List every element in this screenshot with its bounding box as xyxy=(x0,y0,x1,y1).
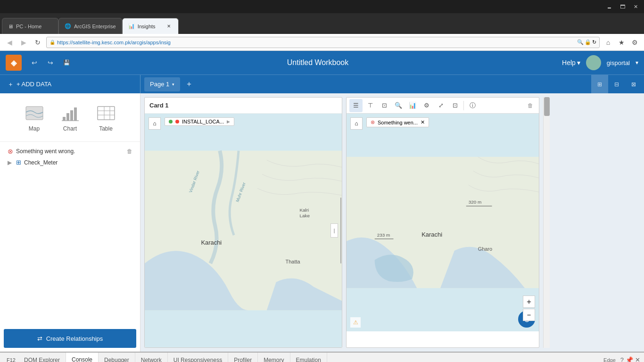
close-button[interactable]: ✕ xyxy=(629,1,642,12)
chart-tool-button[interactable]: 📊 xyxy=(406,99,419,112)
devtools-close-icon[interactable]: ✕ xyxy=(635,356,640,362)
user-menu-chevron[interactable]: ▾ xyxy=(636,59,638,66)
page-tabs: Page 1 ▾ ＋ xyxy=(140,77,591,91)
add-page-button[interactable]: ＋ xyxy=(182,77,196,91)
crop-tool-button[interactable]: ⊡ xyxy=(448,99,462,112)
devtools-tab-debugger[interactable]: Debugger xyxy=(99,353,135,362)
app-logo: ◈ xyxy=(6,55,22,71)
map-type[interactable]: Map xyxy=(20,99,49,136)
card-1-title-bar: Card 1 xyxy=(145,98,342,114)
add-data-label: + ADD DATA xyxy=(17,81,51,88)
devtools-tab-memory[interactable]: Memory xyxy=(258,353,290,362)
legend-text: INSTALL_LOCA... xyxy=(182,119,224,124)
toolbar-separator xyxy=(463,101,464,110)
tab-pc-home[interactable]: 🖥 PC - Home xyxy=(2,18,58,34)
table-icon xyxy=(96,103,116,123)
list-tool-button[interactable]: ☰ xyxy=(349,99,363,112)
page-1-tab[interactable]: Page 1 ▾ xyxy=(144,77,180,91)
maximize-button[interactable]: 🗖 xyxy=(616,1,629,12)
zoom-in-tool-button[interactable]: 🔍 xyxy=(392,99,405,112)
map-icon xyxy=(24,103,45,123)
browser-tab-bar: 🖥 PC - Home 🌐 ArcGIS Enterprise 📊 Insigh… xyxy=(0,13,644,34)
tab-label: Insights xyxy=(138,24,156,29)
card-2: ☰ ⊤ ⊡ 🔍 📊 ⚙ ⤢ ⊡ ⓘ 🗑 xyxy=(346,97,539,348)
edge-label: Edge xyxy=(603,357,616,362)
help-button[interactable]: Help ▾ xyxy=(562,59,580,66)
create-relationships-button[interactable]: ⇄ Create Relationships xyxy=(4,329,136,348)
error-icon: ⊗ xyxy=(8,148,13,155)
forward-button[interactable]: ▶ xyxy=(18,37,29,48)
scrollbar-thumb[interactable] xyxy=(544,97,550,116)
devtools-help-icon[interactable]: ? xyxy=(620,356,624,362)
tab-arcgis-enterprise[interactable]: 🌐 ArcGIS Enterprise xyxy=(58,18,122,34)
legend-arrow[interactable]: ▶ xyxy=(227,119,230,124)
panel-data-area: ⊗ Something went wrong. 🗑 ▶ ⊞ Check_Mete… xyxy=(0,142,140,325)
devtools-tab-ui[interactable]: UI Responsiveness xyxy=(168,353,228,362)
devtools-tab-network[interactable]: Network xyxy=(135,353,168,362)
card-2-toolbar: ☰ ⊤ ⊡ 🔍 📊 ⚙ ⤢ ⊡ ⓘ 🗑 xyxy=(347,98,539,114)
devtools-pin-icon[interactable]: 📌 xyxy=(626,356,633,362)
home-browser-button[interactable]: ⌂ xyxy=(603,37,614,48)
minimize-button[interactable]: 🗕 xyxy=(603,1,616,12)
table-dataset-icon: ⊞ xyxy=(16,159,21,166)
grid-view-button[interactable]: ⊞ xyxy=(591,75,608,94)
address-bar-actions: 🔍 🔒 ↻ xyxy=(577,39,596,45)
warning-badge: ⚠ xyxy=(350,317,361,328)
right-scrollbar[interactable] xyxy=(543,97,550,348)
devtools-tab-dom[interactable]: DOM Explorer xyxy=(18,353,66,362)
table-type[interactable]: Table xyxy=(92,99,120,136)
error-text: Something went wrong. xyxy=(16,148,124,155)
filter-tool-button[interactable]: ⊤ xyxy=(363,99,377,112)
action-tool-button[interactable]: ⚙ xyxy=(420,99,433,112)
favorites-button[interactable]: ★ xyxy=(616,37,627,48)
reload-button[interactable]: ↻ xyxy=(32,37,43,48)
map-expand-handle[interactable]: | xyxy=(330,223,338,238)
undo-button[interactable]: ↩ xyxy=(27,56,41,70)
user-name: gisportal xyxy=(607,59,630,66)
dot-red xyxy=(175,120,179,123)
search-icon[interactable]: 🔍 xyxy=(577,39,584,45)
tab-favicon: 📊 xyxy=(128,23,135,29)
delete-error-button[interactable]: 🗑 xyxy=(127,148,132,155)
map-home-button[interactable]: ⌂ xyxy=(149,117,161,130)
svg-rect-2 xyxy=(66,113,69,121)
page-tab-chevron[interactable]: ▾ xyxy=(172,82,174,87)
refresh-icon[interactable]: ↻ xyxy=(592,39,596,45)
card-1-map[interactable]: Karachi Thatta Kalri Lake Vindar River M… xyxy=(145,114,342,347)
save-button[interactable]: 💾 xyxy=(59,56,74,70)
card-2-map-home-button[interactable]: ⌂ xyxy=(350,117,363,130)
browser-toolbar-icons: ⌂ ★ ⚙ xyxy=(603,37,640,48)
info-tool-button[interactable]: ⓘ xyxy=(466,99,479,112)
address-bar[interactable]: 🔒 https://satellite-img.kesc.com.pk/arcg… xyxy=(46,37,600,48)
add-data-button[interactable]: ＋ + ADD DATA xyxy=(0,75,140,94)
tab-close-icon[interactable]: ✕ xyxy=(165,23,173,30)
chart-type[interactable]: Chart xyxy=(56,99,84,136)
relationship-icon: ⇄ xyxy=(37,335,42,342)
devtools-tab-console[interactable]: Console xyxy=(66,353,99,362)
app-header: ◈ ↩ ↪ 💾 Untitled Workbook Help ▾ gisport… xyxy=(0,51,644,74)
expand-icon[interactable]: ▶ xyxy=(8,159,13,166)
settings-button[interactable]: ⚙ xyxy=(629,37,640,48)
back-button[interactable]: ◀ xyxy=(4,37,15,48)
main-layout: Map Chart xyxy=(0,93,644,352)
expand-tool-button[interactable]: ⤢ xyxy=(434,99,447,112)
card-2-delete-button[interactable]: 🗑 xyxy=(525,100,536,111)
select-tool-button[interactable]: ⊡ xyxy=(378,99,391,112)
create-rel-label: Create Relationships xyxy=(46,335,103,342)
map-type-label: Map xyxy=(29,125,40,132)
map-legend-layer[interactable]: INSTALL_LOCA... ▶ xyxy=(165,117,234,126)
devtools-edge-tab[interactable]: Edge xyxy=(601,357,619,362)
devtools-tab-profiler[interactable]: Profiler xyxy=(228,353,258,362)
devtools-tab-emulation[interactable]: Emulation xyxy=(290,353,327,362)
filter-view-button[interactable]: ⊠ xyxy=(625,75,642,94)
error-row: ⊗ Something went wrong. 🗑 xyxy=(4,146,136,157)
card-2-error-close[interactable]: ✕ xyxy=(421,119,425,125)
chart-type-label: Chart xyxy=(63,125,77,132)
f12-label: F12 xyxy=(4,357,18,362)
zoom-plus-button[interactable]: ＋ xyxy=(523,296,535,308)
list-view-button[interactable]: ⊟ xyxy=(608,75,625,94)
redo-button[interactable]: ↪ xyxy=(43,56,58,70)
card-2-map[interactable]: Karachi Gharo 320 m 233 m ⌂ ⊗ Something … xyxy=(347,114,539,331)
tab-insights[interactable]: 📊 Insights ✕ xyxy=(122,18,179,34)
zoom-minus-button[interactable]: － xyxy=(523,309,535,321)
